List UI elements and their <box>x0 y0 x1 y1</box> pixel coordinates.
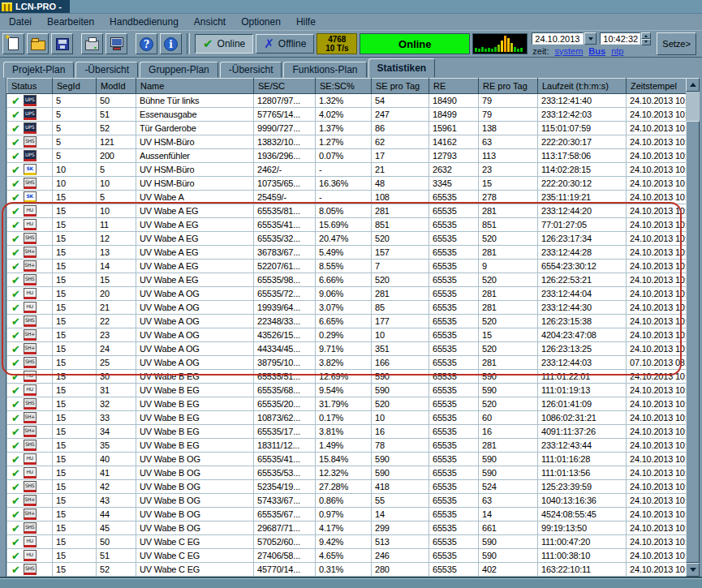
table-header-row: StatusSegIdModIdNameSE/SCSE:SC%SE pro Ta… <box>7 79 702 94</box>
table-row[interactable]: ✔SH+1543UV Wabe B OG57433/67...0.86%5565… <box>7 494 702 508</box>
offline-toggle-button[interactable]: ✗ Offline <box>256 34 314 54</box>
time-spin-up-button[interactable] <box>641 32 651 39</box>
status-ok-check-icon: ✔ <box>11 205 20 217</box>
table-row[interactable]: ✔SH+1534UV Wabe B EG65535/17...3.81%1665… <box>7 425 702 439</box>
scrollbar-thumb[interactable] <box>686 121 700 563</box>
column-header-name[interactable]: Name <box>136 79 254 94</box>
table-row[interactable]: ✔UPS551Essenausgabe57765/14...4.02%24718… <box>7 108 702 122</box>
menu-item-optionen[interactable]: Optionen <box>234 14 289 30</box>
table-row[interactable]: ✔HU1521UV Wabe A OG19939/64...3.07%85655… <box>7 301 702 315</box>
table-row[interactable]: ✔SHS1532UV Wabe B EG65535/20...31.79%520… <box>7 397 702 411</box>
table-row[interactable]: ✔UPS550Bühne Tür links12807/97...1.32%54… <box>7 94 702 108</box>
tab-übersicht[interactable]: -Übersicht <box>220 62 282 78</box>
menu-item-bearbeiten[interactable]: Bearbeiten <box>40 14 102 30</box>
column-header-se-pro-tag[interactable]: SE pro Tag <box>372 79 429 94</box>
column-header-re-pro-tag[interactable]: RE pro Tag <box>479 79 538 94</box>
online-toggle-button[interactable]: ✔ Online <box>195 34 253 54</box>
vertical-scrollbar-track[interactable] <box>686 78 700 577</box>
table-row[interactable]: ✔SHS5121UV HSM-Büro13832/10...1.27%62141… <box>7 135 702 149</box>
column-header-laufzeit-t-h-m-s[interactable]: Laufzeit (t:h:m:s) <box>538 79 627 94</box>
column-header-se-sc[interactable]: SE/SC <box>254 79 316 94</box>
zeit-ntp-link[interactable]: ntp <box>611 46 623 56</box>
tab-statistiken[interactable]: Statistiken <box>368 58 436 78</box>
cell-se-sc-pct: 0.31% <box>316 563 372 577</box>
table-row[interactable]: ✔SHS1542UV Wabe B OG52354/19...27.28%418… <box>7 480 702 494</box>
cell-se-sc: 65535/98... <box>254 273 316 287</box>
table-row[interactable]: ✔HU1540UV Wabe B OG65535/41...15.84%5906… <box>7 453 702 466</box>
setze-button[interactable]: Setze> <box>657 32 696 55</box>
table-row[interactable]: ✔SH+1544UV Wabe B OG65535/67...0.97%1465… <box>7 508 702 521</box>
table-row[interactable]: ✔SHS1512UV Wabe A EG65535/32...20.47%520… <box>7 232 702 246</box>
cell-se-pro-tag: 520 <box>372 397 429 411</box>
menu-item-ansicht[interactable]: Ansicht <box>187 14 234 30</box>
table-row[interactable]: ✔UPS5200Aussenfühler1936/296...0.07%1712… <box>7 149 702 163</box>
table-row[interactable]: ✔UPS552Tür Garderobe9990/727...1.37%8615… <box>7 122 702 135</box>
table-row[interactable]: ✔SH+1533UV Wabe B EG10873/62...0.17%1065… <box>7 411 702 425</box>
offline-toggle-label: Offline <box>278 38 306 49</box>
cell-se-pro-tag: 157 <box>372 246 429 260</box>
table-row[interactable]: ✔SH+1524UV Wabe A OG44334/45...9.71%3516… <box>7 342 702 356</box>
table-row[interactable]: ✔SHS1515UV Wabe A EG65535/98...6.66%5206… <box>7 273 702 287</box>
scrollbar-up-button[interactable] <box>686 78 700 92</box>
tab-gruppen-plan[interactable]: Gruppen-Plan <box>140 62 218 78</box>
zeit-bus-link[interactable]: Bus <box>588 46 605 56</box>
cell-status: ✔HU <box>7 218 53 232</box>
table-row[interactable]: ✔HU1531UV Wabe B EG65535/68...9.54%59065… <box>7 384 702 397</box>
tab-funktions-plan[interactable]: Funktions-Plan <box>283 62 366 78</box>
table-row[interactable]: ✔HU1511UV Wabe A EG65535/41...15.69%8516… <box>7 218 702 232</box>
table-row[interactable]: ✔SHS1522UV Wabe A OG22348/33...6.65%1776… <box>7 315 702 328</box>
column-header-status[interactable]: Status <box>7 79 53 94</box>
cell-laufzeit: 111:01:13:56 <box>538 466 627 480</box>
open-project-button[interactable] <box>27 33 49 54</box>
column-header-segid[interactable]: SegId <box>53 79 97 94</box>
table-row[interactable]: ✔HU1520UV Wabe A OG65535/72...9.06%28165… <box>7 287 702 301</box>
connect-pc-button[interactable] <box>106 33 127 54</box>
save-button[interactable] <box>51 33 73 54</box>
tab-projekt-plan[interactable]: Projekt-Plan <box>3 62 74 78</box>
table-row[interactable]: ✔SHS1525UV Wabe A OG38795/10...3.82%1666… <box>7 356 702 370</box>
table-row[interactable]: ✔SH+1523UV Wabe A OG43526/15...0.29%1065… <box>7 328 702 342</box>
cell-se-sc-pct: 1.32% <box>316 94 372 108</box>
table-row[interactable]: ✔SHS1545UV Wabe B OG29687/71...4.17%2996… <box>7 521 702 535</box>
cell-laufzeit: 163:22:10:11 <box>538 563 627 577</box>
statistics-table: StatusSegIdModIdNameSE/SCSE:SC%SE pro Ta… <box>6 78 702 577</box>
date-dropdown-button[interactable] <box>584 32 596 45</box>
status-ok-check-icon: ✔ <box>11 357 20 369</box>
column-header-modid[interactable]: ModId <box>97 79 136 94</box>
time-spin-down-button[interactable] <box>641 39 651 45</box>
help-button[interactable]: ? <box>136 33 157 54</box>
cell-segid: 15 <box>53 494 97 508</box>
cell-name: UV Wabe B OG <box>136 494 254 508</box>
cell-se-pro-tag: 86 <box>372 122 429 135</box>
cell-re-pro-tag: 590 <box>479 549 538 563</box>
table-row[interactable]: ✔SK105UV HSM-Büro2462/--21263223114:02:2… <box>7 163 702 177</box>
table-row[interactable]: ✔SHS1535UV Wabe B EG18311/12...1.49%7865… <box>7 439 702 453</box>
table-row[interactable]: ✔HU1551UV Wabe C EG27406/58...4.65%24665… <box>7 549 702 563</box>
cell-re-pro-tag: 281 <box>479 204 538 218</box>
date-input[interactable]: 24.10.2013 <box>532 32 584 45</box>
table-row[interactable]: ✔HU1510UV Wabe A EG65535/81...8.05%28165… <box>7 204 702 218</box>
tab-übersicht[interactable]: -Übersicht <box>75 62 138 78</box>
print-button[interactable] <box>81 33 103 54</box>
menu-item-datei[interactable]: Datei <box>2 14 40 30</box>
column-header-se-sc[interactable]: SE:SC% <box>316 79 372 94</box>
table-row[interactable]: ✔SHS1552UV Wabe C EG45770/14...0.31%2806… <box>7 563 702 577</box>
table-row[interactable]: ✔HU1530UV Wabe B EG65535/51...12.69%5906… <box>7 370 702 384</box>
scrollbar-down-button[interactable] <box>686 563 700 577</box>
table-row[interactable]: ✔SH+1513UV Wabe A EG36783/67...5.49%1576… <box>7 246 702 260</box>
menu-item-handbedienung[interactable]: Handbedienung <box>102 14 187 30</box>
column-header-re[interactable]: RE <box>429 79 479 94</box>
time-input[interactable]: 10:42:32 <box>600 32 640 45</box>
table-row[interactable]: ✔SH+1514UV Wabe A EG52207/61...8.55%7655… <box>7 260 702 273</box>
table-row[interactable]: ✔HU1541UV Wabe B OG65535/53...12.32%5906… <box>7 466 702 480</box>
table-row[interactable]: ✔SK155UV Wabe A25459/--10865535278235:11… <box>7 191 702 204</box>
time-spinner <box>641 32 651 45</box>
menu-item-hilfe[interactable]: Hilfe <box>289 14 324 30</box>
table-row[interactable]: ✔SHS1010UV HSM-Büro10735/65...16.36%4833… <box>7 177 702 191</box>
info-button[interactable]: i <box>160 33 182 54</box>
table-row[interactable]: ✔HU1550UV Wabe C EG57052/60...9.42%51365… <box>7 535 702 549</box>
traffic-bar <box>507 38 510 52</box>
cell-segid: 15 <box>53 273 97 287</box>
zeit-system-link[interactable]: system <box>555 46 584 56</box>
new-file-button[interactable]: ✶ <box>2 33 24 54</box>
